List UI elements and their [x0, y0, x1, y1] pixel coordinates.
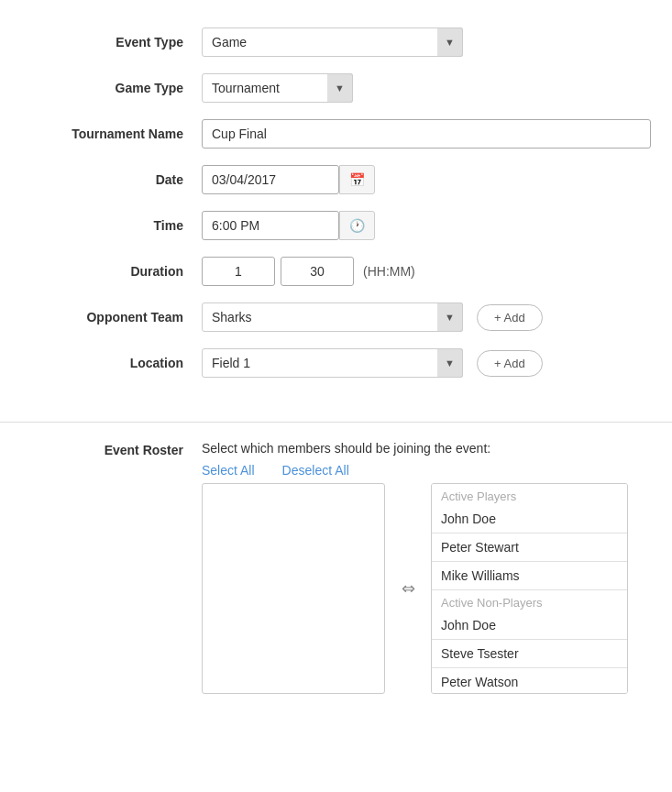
calendar-icon: 📅 — [349, 172, 365, 187]
duration-hours-input[interactable] — [202, 257, 275, 286]
game-type-select-wrapper: Tournament League Friendly ▼ — [202, 73, 353, 103]
time-control: 🕐 — [202, 211, 375, 240]
tournament-name-input[interactable] — [202, 119, 651, 148]
duration-format-label: (HH:MM) — [363, 264, 415, 279]
game-type-label: Game Type — [28, 81, 202, 95]
event-type-label: Event Type — [28, 35, 202, 50]
location-row: Location Field 1 Field 2 Field 3 ▼ + Add — [28, 348, 644, 378]
opponent-team-label: Opponent Team — [28, 310, 202, 324]
game-type-select[interactable]: Tournament League Friendly — [202, 73, 353, 103]
location-label: Location — [28, 356, 202, 370]
roster-links: Select All Deselect All — [202, 463, 644, 478]
time-input[interactable] — [202, 211, 339, 240]
location-select-wrapper: Field 1 Field 2 Field 3 ▼ — [202, 348, 463, 378]
date-input[interactable] — [202, 165, 339, 194]
event-type-control: Game Practice Meeting ▼ — [202, 28, 463, 57]
active-non-players-header: Active Non-Players — [432, 590, 627, 611]
time-row: Time 🕐 — [28, 211, 644, 240]
location-control: Field 1 Field 2 Field 3 ▼ + Add — [202, 348, 543, 378]
roster-item-john-doe-2[interactable]: John Doe — [432, 611, 627, 640]
date-row: Date 📅 — [28, 165, 644, 194]
time-label: Time — [28, 218, 202, 233]
tournament-name-control — [202, 119, 651, 148]
calendar-button[interactable]: 📅 — [339, 165, 375, 194]
roster-content: Select which members should be joining t… — [202, 441, 644, 694]
event-type-select-wrapper: Game Practice Meeting ▼ — [202, 28, 463, 57]
roster-item-mike-williams[interactable]: Mike Williams — [432, 562, 627, 590]
active-players-header: Active Players — [432, 484, 627, 505]
deselect-all-link[interactable]: Deselect All — [282, 463, 349, 478]
duration-row: Duration (HH:MM) — [28, 257, 644, 286]
opponent-team-select-wrapper: Sharks Eagles Tigers ▼ — [202, 302, 463, 332]
select-all-link[interactable]: Select All — [202, 463, 255, 478]
roster-item-peter-stewart[interactable]: Peter Stewart — [432, 534, 627, 562]
date-label: Date — [28, 172, 202, 187]
transfer-icon: ⇔ — [394, 578, 422, 599]
opponent-add-button[interactable]: + Add — [477, 304, 543, 331]
event-roster-section: Event Roster Select which members should… — [0, 441, 672, 694]
roster-item-peter-watson[interactable]: Peter Watson — [432, 668, 627, 694]
event-roster-label: Event Roster — [28, 441, 202, 694]
duration-minutes-input[interactable] — [281, 257, 354, 286]
opponent-team-row: Opponent Team Sharks Eagles Tigers ▼ + A… — [28, 302, 644, 332]
roster-lists: ⇔ Active Players John Doe Peter Stewart … — [202, 483, 644, 694]
duration-label: Duration — [28, 264, 202, 279]
roster-description: Select which members should be joining t… — [202, 441, 644, 456]
event-type-select[interactable]: Game Practice Meeting — [202, 28, 463, 57]
location-add-button[interactable]: + Add — [477, 350, 543, 377]
roster-right-list: Active Players John Doe Peter Stewart Mi… — [431, 483, 628, 694]
tournament-name-row: Tournament Name — [28, 119, 644, 148]
game-type-row: Game Type Tournament League Friendly ▼ — [28, 73, 644, 103]
location-select[interactable]: Field 1 Field 2 Field 3 — [202, 348, 463, 378]
section-divider — [0, 422, 672, 423]
clock-icon: 🕐 — [349, 218, 365, 233]
roster-item-steve-tsester[interactable]: Steve Tsester — [432, 640, 627, 668]
roster-left-list[interactable] — [202, 483, 385, 694]
opponent-team-control: Sharks Eagles Tigers ▼ + Add — [202, 302, 543, 332]
duration-control: (HH:MM) — [202, 257, 415, 286]
tournament-name-label: Tournament Name — [28, 126, 202, 141]
clock-button[interactable]: 🕐 — [339, 211, 375, 240]
game-type-control: Tournament League Friendly ▼ — [202, 73, 353, 103]
roster-item-john-doe-1[interactable]: John Doe — [432, 505, 627, 534]
opponent-team-select[interactable]: Sharks Eagles Tigers — [202, 302, 463, 332]
event-type-row: Event Type Game Practice Meeting ▼ — [28, 28, 644, 57]
date-control: 📅 — [202, 165, 375, 194]
